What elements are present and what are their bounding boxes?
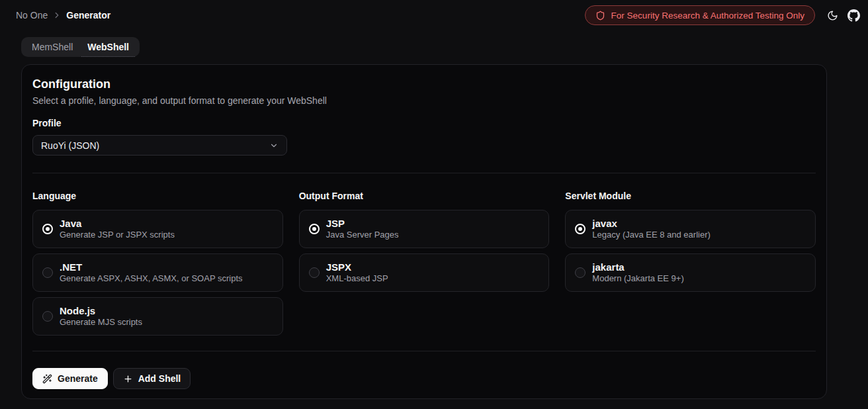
card-actions: Generate Add Shell bbox=[32, 368, 816, 389]
generate-button[interactable]: Generate bbox=[32, 368, 108, 389]
app-root: No One Generator For Security Research &… bbox=[0, 0, 868, 399]
add-shell-button-label: Add Shell bbox=[138, 373, 181, 384]
tab-webshell[interactable]: WebShell bbox=[80, 40, 136, 54]
plus-icon bbox=[123, 374, 133, 384]
shell-type-tabs: MemShell WebShell bbox=[21, 37, 140, 57]
wand-sparkles-icon bbox=[42, 374, 52, 384]
radio-checked-icon bbox=[42, 224, 53, 234]
chevron-down-icon bbox=[269, 141, 279, 150]
group-language-label: Language bbox=[32, 191, 283, 202]
group-servlet-module-label: Servlet Module bbox=[565, 191, 816, 202]
option-title: JSPX bbox=[326, 261, 388, 273]
github-icon bbox=[847, 9, 860, 22]
option-title: JSP bbox=[326, 218, 399, 229]
security-warning-badge: For Security Research & Authorized Testi… bbox=[585, 5, 815, 25]
radio-checked-icon bbox=[309, 224, 320, 234]
option-language-nodejs[interactable]: Node.js Generate MJS scripts bbox=[32, 297, 283, 336]
option-module-javax[interactable]: javax Legacy (Java EE 8 and earlier) bbox=[565, 210, 816, 248]
option-title: Node.js bbox=[60, 305, 142, 316]
option-title: .NET bbox=[60, 261, 243, 273]
option-title: Java bbox=[60, 218, 175, 229]
shield-icon bbox=[595, 11, 605, 21]
option-desc: Legacy (Java EE 8 and earlier) bbox=[592, 229, 710, 240]
section-divider bbox=[32, 351, 816, 351]
option-groups: Language Java Generate JSP or JSPX scrip… bbox=[32, 191, 816, 336]
breadcrumb: No One Generator bbox=[16, 10, 110, 21]
moon-icon bbox=[827, 10, 838, 21]
option-format-jspx[interactable]: JSPX XML-based JSP bbox=[299, 253, 550, 292]
github-link[interactable] bbox=[843, 5, 864, 26]
option-format-jsp[interactable]: JSP Java Server Pages bbox=[299, 210, 550, 248]
option-language-java[interactable]: Java Generate JSP or JSPX scripts bbox=[32, 210, 283, 248]
profile-label: Profile bbox=[32, 118, 816, 129]
option-language-dotnet[interactable]: .NET Generate ASPX, ASHX, ASMX, or SOAP … bbox=[32, 253, 283, 292]
radio-checked-icon bbox=[575, 224, 586, 234]
theme-toggle-button[interactable] bbox=[822, 5, 843, 26]
group-output-format-label: Output Format bbox=[299, 191, 550, 202]
configuration-card: Configuration Select a profile, language… bbox=[21, 64, 827, 399]
breadcrumb-current: Generator bbox=[66, 10, 110, 21]
top-bar: No One Generator For Security Research &… bbox=[0, 0, 868, 30]
generate-button-label: Generate bbox=[58, 373, 98, 384]
option-desc: Modern (Jakarta EE 9+) bbox=[592, 273, 683, 284]
card-title: Configuration bbox=[32, 77, 816, 91]
option-title: jakarta bbox=[592, 261, 683, 273]
section-divider bbox=[32, 173, 816, 173]
group-language: Language Java Generate JSP or JSPX scrip… bbox=[32, 191, 283, 336]
card-subtitle: Select a profile, language, and output f… bbox=[32, 95, 816, 107]
tab-memshell[interactable]: MemShell bbox=[24, 40, 80, 54]
profile-select[interactable]: RuoYi (JSON) bbox=[32, 135, 287, 156]
option-module-jakarta[interactable]: jakarta Modern (Jakarta EE 9+) bbox=[565, 253, 816, 292]
option-desc: Generate MJS scripts bbox=[60, 316, 142, 328]
option-desc: Java Server Pages bbox=[326, 229, 399, 240]
warning-badge-text: For Security Research & Authorized Testi… bbox=[611, 11, 804, 21]
add-shell-button[interactable]: Add Shell bbox=[113, 368, 191, 389]
profile-select-value: RuoYi (JSON) bbox=[41, 140, 99, 151]
top-bar-actions: For Security Research & Authorized Testi… bbox=[585, 5, 864, 26]
option-desc: XML-based JSP bbox=[326, 273, 388, 284]
radio-unchecked-icon bbox=[42, 267, 53, 278]
option-title: javax bbox=[592, 218, 710, 229]
breadcrumb-root[interactable]: No One bbox=[16, 10, 48, 21]
radio-unchecked-icon bbox=[309, 267, 320, 278]
option-desc: Generate ASPX, ASHX, ASMX, or SOAP scrip… bbox=[60, 273, 243, 284]
chevron-right-icon bbox=[52, 11, 62, 20]
option-desc: Generate JSP or JSPX scripts bbox=[60, 229, 175, 240]
group-servlet-module: Servlet Module javax Legacy (Java EE 8 a… bbox=[565, 191, 816, 336]
radio-unchecked-icon bbox=[42, 311, 53, 322]
group-output-format: Output Format JSP Java Server Pages JSPX bbox=[299, 191, 550, 336]
radio-unchecked-icon bbox=[575, 267, 586, 278]
